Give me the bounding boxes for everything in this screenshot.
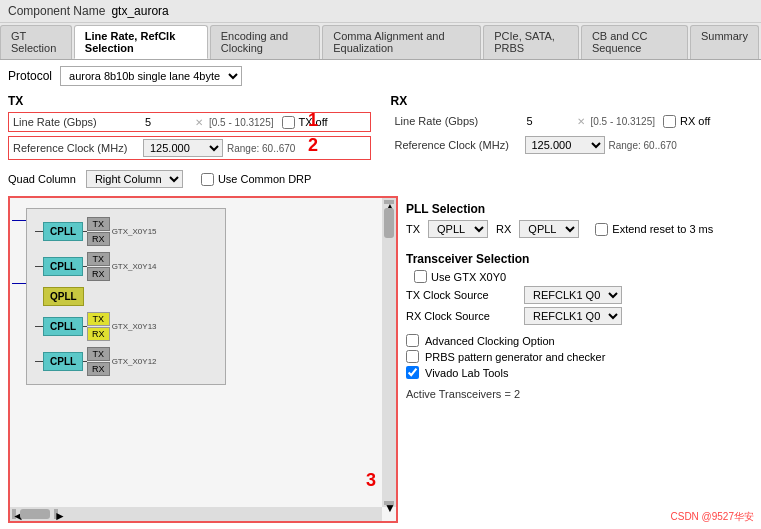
use-common-drp-text: Use Common DRP [218,173,312,185]
rx-off-checkbox[interactable] [663,115,676,128]
component-name-value: gtx_aurora [111,4,168,18]
qpll-row: QPLL [43,287,209,306]
scrollbar-h[interactable]: ◄ ► [10,507,382,521]
scroll-down-arrow[interactable]: ▼ [384,501,394,505]
gtx-row-y12: CPLL TX RX GTX_X0Y12 [35,347,209,376]
advanced-clocking-checkbox[interactable] [406,334,419,347]
connector-y13-left [35,326,43,327]
txrx-y14: TX RX [87,252,110,281]
pll-rx-select[interactable]: QPLL CPLL [519,220,579,238]
tab-encoding[interactable]: Encoding and Clocking [210,25,320,59]
extend-reset-checkbox[interactable] [595,223,608,236]
left-arrow-1 [12,220,26,221]
rx-clock-source-row: RX Clock Source REFCLK1 Q0 REFCLK0 Q0 [406,307,753,325]
tab-line-rate[interactable]: Line Rate, RefClk Selection [74,25,208,59]
use-gtx-label: Use GTX X0Y0 [414,270,506,283]
scroll-left-arrow[interactable]: ◄ [12,509,16,519]
active-transceivers-label: Active Transceivers = 2 [406,388,753,400]
cpll-y13: CPLL [43,317,83,336]
watermark: CSDN @9527华安 [667,509,757,525]
tabs-bar: GT Selection Line Rate, RefClk Selection… [0,23,761,60]
annotation-1: 1 [308,110,318,131]
quad-select[interactable]: Right Column Left Column [86,170,183,188]
use-common-drp-checkbox[interactable] [201,173,214,186]
gtx-row-y15: CPLL TX RX GTX_X0Y15 [35,217,209,246]
rx-y15: RX [87,232,110,246]
rx-line-rate-clear-icon[interactable]: ✕ [577,116,585,127]
tab-comma[interactable]: Comma Alignment and Equalization [322,25,481,59]
rx-line-rate-input[interactable] [525,114,575,128]
txrx-y13: TX RX [87,312,110,341]
tab-pcie[interactable]: PCIe, SATA, PRBS [483,25,579,59]
rx-y14: RX [87,267,110,281]
tx-off-checkbox-label: TX off [282,116,328,129]
title-bar: Component Name gtx_aurora [0,0,761,23]
gtx-label-y14: GTX_X0Y14 [112,262,157,271]
rx-off-checkbox-label: RX off [663,115,710,128]
protocol-select[interactable]: aurora 8b10b single lane 4byte [60,66,242,86]
cpll-y12: CPLL [43,352,83,371]
protocol-row: Protocol aurora 8b10b single lane 4byte [8,66,753,86]
protocol-label: Protocol [8,69,52,83]
tx-ref-clock-label: Reference Clock (MHz) [13,142,143,154]
txrx-y12: TX RX [87,347,110,376]
vivado-lab-checkbox[interactable] [406,366,419,379]
tx-ref-clock-select[interactable]: 125.000 [143,139,223,157]
pll-rx-label: RX [496,223,511,235]
tx-title: TX [8,94,371,108]
component-name-label: Component Name [8,4,105,18]
tab-gt-selection[interactable]: GT Selection [0,25,72,59]
scrollbar-h-thumb[interactable] [20,509,50,519]
gtx-label-y12: GTX_X0Y12 [112,357,157,366]
rx-clock-source-select[interactable]: REFCLK1 Q0 REFCLK0 Q0 [524,307,622,325]
transceiver-section: Transceiver Selection Use GTX X0Y0 TX Cl… [406,246,753,328]
connector-y12-left [35,361,43,362]
tx-ref-clock-range: Range: 60..670 [227,143,295,154]
tab-cb-cc[interactable]: CB and CC Sequence [581,25,688,59]
rx-clock-source-label: RX Clock Source [406,310,516,322]
gtx-label-y13: GTX_X0Y13 [112,322,157,331]
pll-tx-select[interactable]: QPLL CPLL [428,220,488,238]
quad-row: Quad Column Right Column Left Column Use… [8,170,753,188]
tx-line-rate-label: Line Rate (Gbps) [13,116,143,128]
left-panel: 3 ▲ ▼ ◄ ► [8,196,398,523]
prbs-pattern-checkbox[interactable] [406,350,419,363]
rx-ref-clock-select[interactable]: 125.000 [525,136,605,154]
tx-line-rate-clear-icon[interactable]: ✕ [195,117,203,128]
use-gtx-checkbox[interactable] [414,270,427,283]
use-gtx-row: Use GTX X0Y0 [406,270,753,283]
tx-clock-source-label: TX Clock Source [406,289,516,301]
rx-title: RX [391,94,754,108]
transceiver-header: Transceiver Selection [406,252,753,266]
left-arrow-2 [12,283,26,284]
connector-y15-left [35,231,43,232]
tx-off-checkbox[interactable] [282,116,295,129]
quad-label: Quad Column [8,173,76,185]
rx-off-label: RX off [680,115,710,127]
pll-selection-header: PLL Selection [406,202,753,216]
rx-y13: RX [87,327,110,341]
tx-clock-source-select[interactable]: REFCLK1 Q0 REFCLK0 Q0 [524,286,622,304]
tx-line-rate-input[interactable] [143,115,193,129]
gt-outer-container: CPLL TX RX GTX_X0Y15 CPLL [26,208,226,385]
tx-y13: TX [87,312,110,326]
rx-ref-clock-range: Range: 60..670 [609,140,677,151]
rx-ref-clock-row: Reference Clock (MHz) 125.000 Range: 60.… [391,134,754,156]
pll-tx-label: TX [406,223,420,235]
scroll-right-arrow[interactable]: ► [54,509,58,519]
rx-section: RX Line Rate (Gbps) ✕ [0.5 - 10.3125] RX… [391,94,754,164]
cpll-y15: CPLL [43,222,83,241]
tab-summary[interactable]: Summary [690,25,759,59]
tx-clock-source-row: TX Clock Source REFCLK1 Q0 REFCLK0 Q0 [406,286,753,304]
rx-y12: RX [87,362,110,376]
rx-line-rate-label: Line Rate (Gbps) [395,115,525,127]
annotation-2: 2 [308,135,318,156]
gtx-row-y13: CPLL TX RX GTX_X0Y13 [35,312,209,341]
main-container: Component Name gtx_aurora GT Selection L… [0,0,761,529]
qpll-box: QPLL [43,287,84,306]
advanced-clocking-row: Advanced Clocking Option [406,334,753,347]
cpll-y14: CPLL [43,257,83,276]
right-panel: PLL Selection TX QPLL CPLL RX QPLL CPLL … [406,196,753,523]
prbs-pattern-label: PRBS pattern generator and checker [425,351,605,363]
vivado-lab-row: Vivado Lab Tools [406,366,753,379]
